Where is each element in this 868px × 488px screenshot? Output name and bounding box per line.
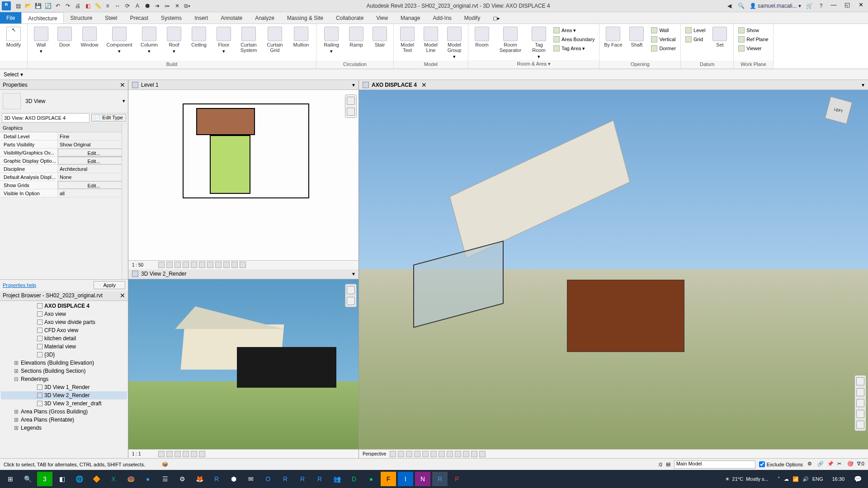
- property-row[interactable]: Graphic Display Optio...Edit...: [0, 157, 128, 165]
- onenote-icon[interactable]: N: [415, 472, 430, 486]
- qat-home-icon[interactable]: ▤: [14, 2, 22, 9]
- property-row[interactable]: Parts VisibilityShow Original: [0, 141, 128, 149]
- task-icon[interactable]: ◧: [54, 472, 70, 486]
- property-row[interactable]: Visibility/Graphics Ov...Edit...: [0, 149, 128, 157]
- tree-item[interactable]: 3D View 3_render_draft: [1, 399, 127, 408]
- revit-icon[interactable]: R: [312, 472, 327, 486]
- zoom-icon[interactable]: [347, 97, 355, 105]
- vb-icon[interactable]: [439, 451, 445, 457]
- vb-icon[interactable]: [430, 451, 437, 457]
- expand-icon[interactable]: ⊞: [14, 416, 19, 423]
- vb-icon[interactable]: [240, 262, 246, 268]
- exclude-options-checkbox[interactable]: Exclude Options: [759, 461, 803, 467]
- revit-icon[interactable]: R: [295, 472, 310, 486]
- tree-item[interactable]: {3D}: [1, 351, 127, 359]
- tab-modify[interactable]: Modify: [458, 12, 486, 23]
- property-value[interactable]: Edit...: [58, 157, 128, 164]
- design-option-combo[interactable]: Main Model: [674, 460, 755, 469]
- expand-icon[interactable]: ⊞: [14, 359, 19, 366]
- workset-icon[interactable]: 📦: [162, 461, 168, 467]
- task-icon[interactable]: ✉: [243, 472, 259, 486]
- property-row[interactable]: Visible In Optionall: [0, 189, 128, 197]
- property-value[interactable]: Fine: [58, 132, 128, 140]
- qat-text-icon[interactable]: A: [134, 2, 141, 9]
- vb-icon[interactable]: [398, 451, 404, 457]
- tab-precast[interactable]: Precast: [123, 12, 155, 23]
- vb-icon[interactable]: [158, 451, 165, 457]
- vb-icon[interactable]: [471, 451, 477, 457]
- property-row[interactable]: Detail LevelFine: [0, 132, 128, 141]
- tab-collaborate[interactable]: Collaborate: [330, 12, 370, 23]
- vb-icon[interactable]: [414, 451, 420, 457]
- zoom-icon[interactable]: [347, 286, 355, 294]
- property-row[interactable]: Default Analysis Displ...None: [0, 173, 128, 181]
- plan-view-tab[interactable]: Level 1 ▾: [128, 80, 359, 90]
- opening-wall-button[interactable]: Wall: [649, 27, 678, 34]
- browser-close-icon[interactable]: ✕: [120, 292, 125, 299]
- cloud-icon[interactable]: ☁: [784, 476, 789, 482]
- tree-item[interactable]: kitchen detail: [1, 334, 127, 343]
- status-icon[interactable]: ✂: [837, 461, 844, 468]
- task-icon[interactable]: I: [398, 472, 413, 486]
- property-value[interactable]: None: [58, 173, 128, 181]
- task-icon[interactable]: ⬢: [226, 472, 241, 486]
- tab-analyze[interactable]: Analyze: [249, 12, 281, 23]
- expand-icon[interactable]: ⊟: [14, 375, 19, 383]
- apply-button[interactable]: Apply: [94, 281, 125, 289]
- area-boundary-button[interactable]: Area Boundary: [552, 36, 596, 43]
- tree-item[interactable]: CFD Axo view: [1, 326, 127, 334]
- plan-scale[interactable]: 1 : 50: [132, 263, 155, 267]
- model-text-button[interactable]: Model Text: [396, 26, 418, 53]
- teams-icon[interactable]: 👥: [329, 472, 344, 486]
- qat-tag-icon[interactable]: ⟳: [124, 2, 131, 9]
- plan-tab-dropdown-icon[interactable]: ▾: [352, 82, 355, 88]
- property-value[interactable]: all: [58, 189, 128, 197]
- vb-icon[interactable]: [207, 262, 213, 268]
- qat-sync-icon[interactable]: 🔄: [44, 2, 52, 9]
- plan-viewport[interactable]: [128, 90, 359, 260]
- instance-selector[interactable]: 3D View: AXO DISPLACE 4: [2, 113, 90, 122]
- mullion-button[interactable]: Mullion: [289, 26, 313, 47]
- status-icon[interactable]: ⚙: [807, 461, 815, 468]
- tree-item[interactable]: Axo view divide parts: [1, 318, 127, 326]
- vb-icon[interactable]: [223, 262, 230, 268]
- qat-dimension-icon[interactable]: ↔: [114, 2, 121, 9]
- project-browser-tree[interactable]: AXO DISPLACE 4Axo viewAxo view divide pa…: [0, 301, 128, 459]
- vb-icon[interactable]: [183, 451, 189, 457]
- axo-view-tab[interactable]: AXO DISPLACE 4 ✕ ▾: [359, 80, 868, 90]
- model-icon[interactable]: ▤: [666, 461, 670, 467]
- show-button[interactable]: Show: [736, 27, 770, 34]
- axo-viewport[interactable]: LEFT: [359, 90, 868, 449]
- qat-pdf-icon[interactable]: ◧: [84, 2, 91, 9]
- tree-item[interactable]: ⊞Area Plans (Rentable): [1, 416, 127, 424]
- window-button[interactable]: Window: [77, 26, 102, 47]
- tab-addins[interactable]: Add-Ins: [426, 12, 458, 23]
- tab-manage[interactable]: Manage: [394, 12, 426, 23]
- column-button[interactable]: Column▾: [137, 26, 161, 54]
- view-cube[interactable]: LEFT: [827, 99, 859, 131]
- pan-icon[interactable]: [856, 388, 864, 396]
- room-separator-button[interactable]: Room Separator: [495, 26, 526, 53]
- pan-icon[interactable]: [347, 108, 355, 116]
- type-selector[interactable]: 3D View ▾: [0, 90, 128, 113]
- edit-type-button[interactable]: 📄 Edit Type: [91, 114, 126, 122]
- search-button[interactable]: 🔍: [20, 472, 35, 486]
- tree-item[interactable]: 3D View 2_Render: [1, 391, 127, 399]
- vb-icon[interactable]: [390, 451, 396, 457]
- whatsapp-icon[interactable]: ●: [363, 472, 379, 486]
- stair-button[interactable]: Stair: [369, 26, 391, 47]
- railing-button[interactable]: Railing▾: [319, 26, 344, 54]
- door-button[interactable]: Door: [54, 26, 75, 47]
- level-button[interactable]: Level: [684, 27, 707, 34]
- task-icon[interactable]: ⚙: [175, 472, 190, 486]
- task-icon[interactable]: ☰: [157, 472, 173, 486]
- tree-item[interactable]: ⊞Sections (Building Section): [1, 367, 127, 375]
- tree-item[interactable]: ⊞Legends: [1, 424, 127, 432]
- by-face-button[interactable]: By Face: [602, 26, 624, 47]
- tab-massing-site[interactable]: Massing & Site: [281, 12, 330, 23]
- axo-tab-close-icon[interactable]: ✕: [421, 81, 427, 89]
- revit-icon[interactable]: R: [432, 472, 448, 486]
- qat-section-icon[interactable]: ➜: [154, 2, 161, 9]
- tag-area-button[interactable]: Tag Area ▾: [552, 45, 596, 52]
- opening-dormer-button[interactable]: Dormer: [649, 45, 678, 52]
